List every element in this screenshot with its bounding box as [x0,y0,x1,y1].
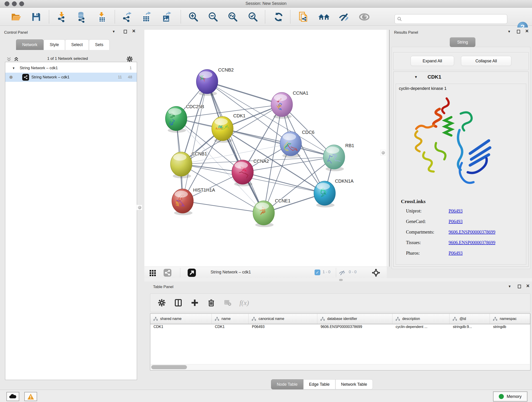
expand-all-button[interactable]: Expand All [411,56,454,66]
network-edge[interactable] [183,201,264,213]
scrollbar-thumb[interactable] [151,365,187,369]
panel-menu-icon[interactable]: ▾ [113,29,115,34]
birdseye-grid-button[interactable] [148,268,157,277]
network-edge[interactable] [207,82,264,213]
network-edge[interactable] [183,82,207,201]
tab-network[interactable]: Network [16,39,44,50]
open-in-window-button[interactable] [187,268,196,277]
network-node-CCNE1[interactable]: CCNE1 [253,198,291,227]
open-session-button[interactable] [10,11,22,23]
show-all-networks-button[interactable] [318,11,330,23]
network-node-CCNA1[interactable]: CCNA1 [271,90,308,119]
delete-column-button[interactable] [206,298,216,308]
table-row[interactable]: CDK1CDK1P064939606.ENSP00000378699cyclin… [150,325,530,332]
table-cell[interactable]: cyclin-dependent ... [393,325,450,332]
zoom-selected-button[interactable] [247,11,259,23]
column-header-shared-name[interactable]: shared name [150,314,212,324]
export-image-button[interactable] [160,11,172,23]
network-collection-row[interactable]: ▼ String Network – cdk1 1 [5,64,137,73]
selected-nodes-checkbox[interactable]: ✓ [315,269,320,275]
column-header-database-identifier[interactable]: database identifier [317,314,393,324]
collapse-all-button[interactable]: Collapse All [461,56,511,66]
network-node-CDKN1A[interactable]: CDKN1A [314,179,354,207]
table-cell[interactable]: CDK1 [212,325,249,332]
left-splitter-handle[interactable] [137,205,142,210]
float-panel-icon[interactable] [517,30,520,35]
cloud-status-button[interactable] [6,392,19,401]
table-horizontal-scrollbar[interactable] [151,364,530,370]
panel-menu-icon[interactable]: ▾ [508,29,510,34]
show-columns-button[interactable] [173,298,183,308]
tab-style[interactable]: Style [44,39,65,50]
crosslink-link[interactable]: P06493 [449,208,462,214]
close-panel-icon[interactable]: ✕ [526,284,530,288]
network-node-CCNB2[interactable]: CCNB2 [196,67,234,96]
expand-collapse-box: Expand All Collapse All [393,52,529,70]
results-panel-splitter[interactable] [387,30,389,267]
tab-edge-table[interactable]: Edge Table [303,379,336,389]
save-session-button[interactable] [30,11,42,23]
network-node-CDK1[interactable]: CDK1 [212,113,245,143]
crosslink-link[interactable]: 9606.ENSP00000378699 [449,230,495,235]
tab-network-table[interactable]: Network Table [336,379,373,389]
create-column-button[interactable] [190,298,200,308]
zoom-in-button[interactable] [187,11,199,23]
network-row-selected[interactable]: String Network – cdk1 11 48 [5,73,137,82]
search-box[interactable] [394,14,507,24]
tab-string[interactable]: String [450,37,475,47]
memory-button[interactable]: Memory [493,391,527,402]
network-edge[interactable] [222,128,334,157]
collection-expand-triangle-icon[interactable]: ▼ [12,66,15,70]
tab-select[interactable]: Select [65,39,89,50]
preview-eye-button[interactable] [358,11,370,23]
string-network-graph[interactable]: CCNB2CCNA1CDC25BCDK1CDC6RB1CCNB1CCNA2CDK… [144,30,387,267]
import-table-file-button[interactable] [96,11,108,23]
zoom-fit-button[interactable] [227,11,239,23]
table-cell[interactable]: stringdb [490,325,530,332]
zoom-out-button[interactable] [207,11,219,23]
float-panel-icon[interactable] [124,30,127,35]
close-panel-icon[interactable]: ✕ [132,29,136,33]
export-table-button[interactable] [141,11,152,23]
network-node-CCNB1[interactable]: CCNB1 [171,151,207,178]
network-share-button[interactable] [163,268,172,277]
search-input[interactable] [402,17,507,21]
close-panel-icon[interactable]: ✕ [525,29,529,33]
toggle-panel-visibility-button[interactable] [338,11,350,23]
right-splitter-handle[interactable] [380,150,386,155]
column-header-description[interactable]: description [393,314,450,324]
tab-node-table[interactable]: Node Table [271,379,303,389]
crosslink-link[interactable]: P06493 [449,250,462,256]
table-cell[interactable]: 9606.ENSP00000378699 [317,325,393,332]
table-cell[interactable]: CDK1 [150,325,212,332]
table-cell[interactable]: P06493 [249,325,317,332]
hidden-items-eye-icon[interactable] [338,268,346,277]
entry-collapse-triangle-icon[interactable]: ▼ [414,75,418,79]
node-table[interactable]: shared namenamecanonical namedatabase id… [150,313,530,370]
crosslink-link[interactable]: P06493 [449,219,462,224]
network-node-RB1[interactable]: RB1 [323,143,354,171]
column-header-name[interactable]: name [212,314,249,324]
crosslink-link[interactable]: 9606.ENSP00000378699 [449,240,495,245]
float-panel-icon[interactable] [518,285,521,289]
import-network-file-button[interactable] [56,11,68,23]
column-header--id[interactable]: @id [450,314,490,324]
duplicate-network-button[interactable] [298,11,310,23]
export-network-button[interactable] [121,11,133,23]
network-edge[interactable] [207,82,282,104]
column-header-namespac[interactable]: namespac [490,314,530,324]
tab-sets[interactable]: Sets [89,39,109,50]
horizontal-splitter[interactable] [144,278,532,281]
fit-content-crosshair-button[interactable] [372,268,380,277]
table-cell[interactable]: stringdb:9... [450,325,490,332]
network-node-HIST1H1A[interactable]: HIST1H1A [172,187,215,215]
import-network-database-button[interactable] [76,11,88,23]
warnings-button[interactable] [24,392,37,401]
table-options-gear-button[interactable] [157,298,167,308]
gene-entry-header[interactable]: ▼ CDK1 [394,72,528,83]
column-header-canonical-name[interactable]: canonical name [249,314,317,324]
panel-menu-icon[interactable]: ▾ [509,284,511,289]
network-canvas[interactable]: CCNB2CCNA1CDC25BCDK1CDC6RB1CCNB1CCNA2CDK… [144,30,387,267]
apply-style-refresh-button[interactable] [273,11,285,23]
network-options-gear-icon[interactable] [127,56,133,62]
